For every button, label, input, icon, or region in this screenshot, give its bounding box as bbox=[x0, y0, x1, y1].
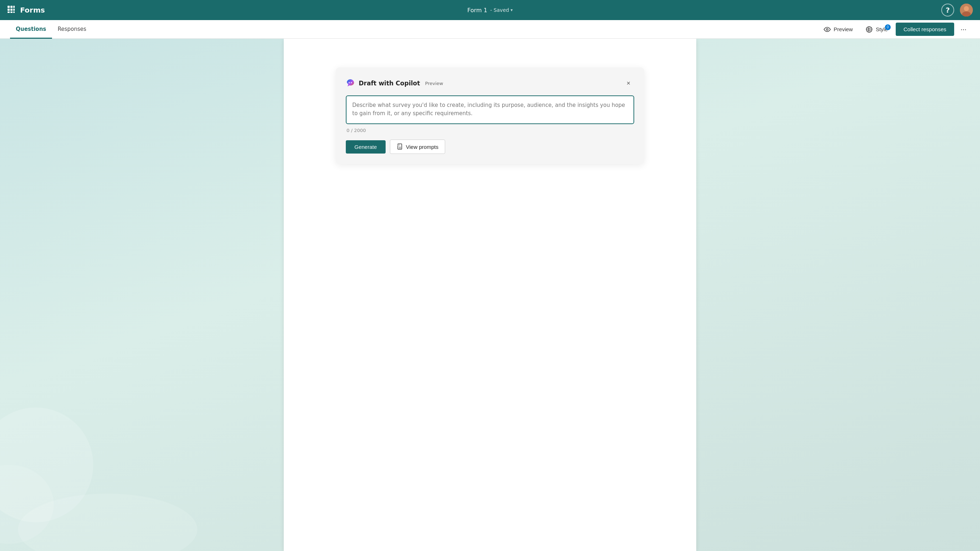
avatar[interactable] bbox=[960, 3, 973, 16]
topbar-left: Forms bbox=[7, 5, 45, 15]
generate-button[interactable]: Generate bbox=[346, 140, 386, 153]
dialog-title: Draft with Copilot bbox=[359, 80, 420, 87]
style-button[interactable]: 0 Style bbox=[861, 24, 892, 35]
dialog-actions: Generate View prompts bbox=[346, 140, 634, 154]
document-icon bbox=[397, 143, 403, 150]
preview-button[interactable]: Preview bbox=[819, 24, 858, 34]
dialog-close-button[interactable]: × bbox=[623, 78, 634, 89]
svg-rect-4 bbox=[10, 9, 13, 11]
topbar: Forms Form 1 - Saved ▾ ? bbox=[0, 0, 980, 20]
dialog-header: Draft with Copilot Preview × bbox=[346, 78, 634, 89]
form-title[interactable]: Form 1 bbox=[468, 7, 487, 14]
help-icon[interactable]: ? bbox=[941, 3, 954, 16]
dialog-preview-badge: Preview bbox=[425, 81, 443, 86]
waffle-icon[interactable] bbox=[7, 5, 15, 15]
style-badge: 0 bbox=[885, 24, 891, 30]
svg-rect-3 bbox=[8, 9, 10, 11]
svg-rect-14 bbox=[398, 144, 399, 146]
svg-rect-0 bbox=[8, 6, 10, 8]
more-options-button[interactable]: ··· bbox=[957, 23, 970, 36]
svg-rect-1 bbox=[10, 6, 13, 8]
copilot-logo-icon bbox=[346, 78, 355, 88]
svg-rect-6 bbox=[8, 11, 10, 13]
svg-rect-5 bbox=[13, 9, 15, 11]
tab-responses[interactable]: Responses bbox=[52, 21, 92, 39]
char-count: 0 / 2000 bbox=[346, 128, 634, 133]
chevron-down-icon[interactable]: ▾ bbox=[511, 8, 512, 13]
subnav: Questions Responses Preview 0 Style bbox=[0, 20, 980, 39]
style-icon bbox=[865, 26, 873, 33]
svg-point-12 bbox=[826, 28, 828, 30]
topbar-right: ? bbox=[941, 3, 973, 16]
svg-rect-8 bbox=[13, 11, 15, 13]
form-area: Draft with Copilot Preview × 0 / 2000 Ge… bbox=[284, 39, 696, 551]
main-content: Draft with Copilot Preview × 0 / 2000 Ge… bbox=[0, 39, 980, 551]
svg-rect-7 bbox=[10, 11, 13, 13]
saved-badge: - Saved ▾ bbox=[490, 7, 512, 13]
svg-rect-2 bbox=[13, 6, 15, 8]
subnav-tabs: Questions Responses bbox=[10, 20, 92, 38]
topbar-center: Form 1 - Saved ▾ bbox=[468, 7, 512, 14]
dialog-title-group: Draft with Copilot Preview bbox=[346, 78, 443, 88]
bg-decoration-2 bbox=[0, 465, 54, 544]
collect-responses-button[interactable]: Collect responses bbox=[896, 22, 954, 36]
subnav-right: Preview 0 Style Collect responses ··· bbox=[819, 22, 970, 36]
bg-decoration-1 bbox=[0, 408, 93, 522]
prompt-textarea[interactable] bbox=[346, 96, 634, 124]
svg-point-10 bbox=[964, 6, 969, 11]
eye-icon bbox=[824, 27, 831, 32]
view-prompts-button[interactable]: View prompts bbox=[390, 140, 445, 154]
copilot-dialog: Draft with Copilot Preview × 0 / 2000 Ge… bbox=[336, 67, 644, 164]
tab-questions[interactable]: Questions bbox=[10, 21, 52, 39]
bg-decoration-3 bbox=[18, 494, 197, 551]
app-title: Forms bbox=[20, 6, 45, 14]
